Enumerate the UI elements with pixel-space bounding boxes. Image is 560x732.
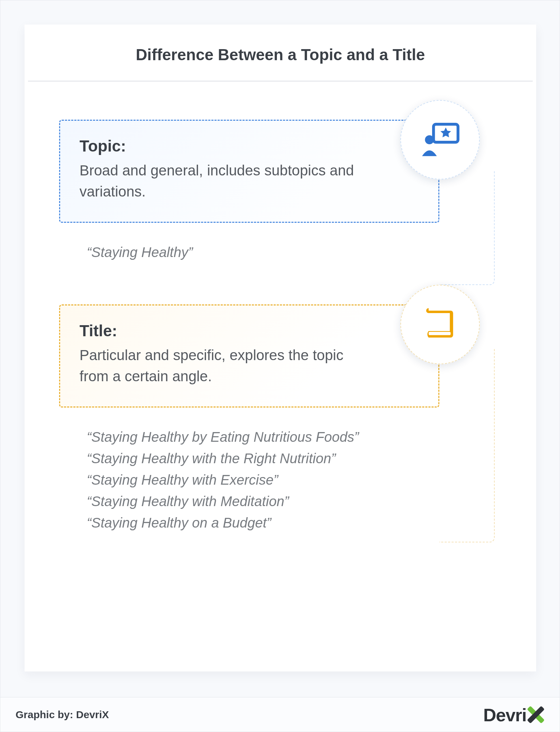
definition-description: Broad and general, includes subtopics an… <box>80 160 363 202</box>
footer: Graphic by: DevriX Devri <box>0 697 560 732</box>
svg-rect-2 <box>429 332 451 335</box>
section-topic: Topic: Broad and general, includes subto… <box>59 120 502 263</box>
section-title: Title: Particular and specific, explores… <box>59 304 502 533</box>
examples-wrap-title: “Staying Healthy by Eating Nutritious Fo… <box>59 408 502 533</box>
connector-line <box>439 349 495 542</box>
svg-point-1 <box>425 135 434 144</box>
definition-box-topic: Topic: Broad and general, includes subto… <box>59 120 439 223</box>
example-list: “Staying Healthy” <box>59 223 502 263</box>
brand-text: Devri <box>483 705 526 725</box>
page-frame: Difference Between a Topic and a Title T… <box>0 0 560 732</box>
definition-description: Particular and specific, explores the to… <box>80 345 363 387</box>
definition-label: Topic: <box>80 137 419 155</box>
main-card: Difference Between a Topic and a Title T… <box>25 25 536 671</box>
brand-x-icon <box>527 706 544 723</box>
examples-wrap-topic: “Staying Healthy” <box>59 223 502 263</box>
presenter-star-icon <box>400 100 480 180</box>
definition-box-title: Title: Particular and specific, explores… <box>59 304 439 408</box>
credit-text: Graphic by: DevriX <box>16 709 109 721</box>
page-title: Difference Between a Topic and a Title <box>25 45 536 81</box>
example-list: “Staying Healthy by Eating Nutritious Fo… <box>59 408 502 533</box>
svg-rect-4 <box>434 320 448 323</box>
content-area: Topic: Broad and general, includes subto… <box>25 82 536 533</box>
definition-label: Title: <box>80 321 419 340</box>
brand-logo: Devri <box>483 704 544 725</box>
svg-rect-3 <box>434 315 448 318</box>
connector-line <box>439 171 495 285</box>
